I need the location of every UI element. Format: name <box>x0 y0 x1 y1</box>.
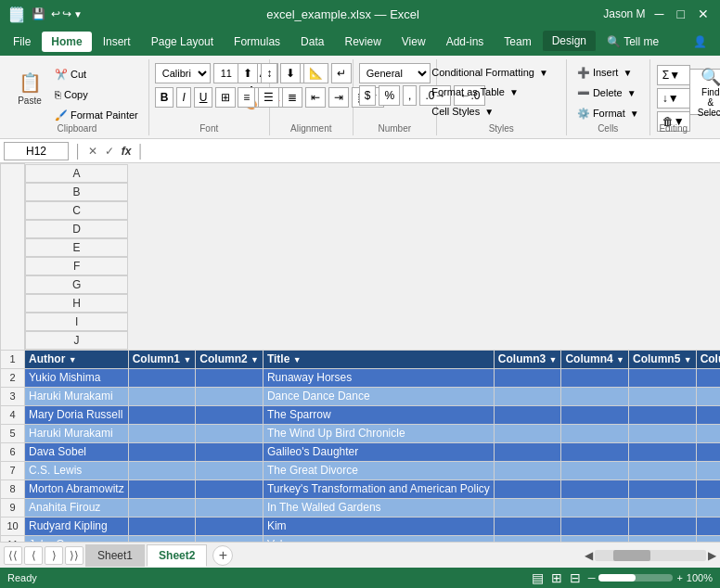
list-item[interactable]: Title ▼ <box>263 350 494 368</box>
list-item[interactable] <box>561 424 629 442</box>
row-header-3[interactable]: 3 <box>1 387 25 405</box>
horizontal-scrollbar-thumb[interactable] <box>613 550 650 561</box>
list-item[interactable] <box>629 498 697 517</box>
percent-button[interactable]: % <box>379 85 400 106</box>
menu-file[interactable]: File <box>4 32 40 52</box>
copy-button[interactable]: ⎘ Copy <box>50 85 143 104</box>
grid-scroll[interactable]: A B C D E F G H I J 1Author ▼Column1 ▼Co… <box>0 163 720 542</box>
cut-button[interactable]: ✂️ Cut <box>50 65 143 83</box>
row-header-7[interactable]: 7 <box>1 461 25 479</box>
align-left-button[interactable]: ≡ <box>238 87 255 108</box>
cell-reference-input[interactable] <box>4 142 69 160</box>
list-item[interactable]: Haruki Murakami <box>25 424 129 442</box>
list-item[interactable] <box>196 442 264 461</box>
zoom-out-button[interactable]: ─ <box>588 572 596 583</box>
share-button[interactable]: 👤 <box>684 32 716 52</box>
list-item[interactable] <box>696 368 720 387</box>
list-item[interactable] <box>629 424 697 442</box>
add-sheet-button[interactable]: + <box>212 545 233 566</box>
insert-button[interactable]: ➕ Insert ▼ <box>572 63 644 82</box>
paste-button[interactable]: 📋 Paste <box>11 61 48 115</box>
list-item[interactable]: Mary Doria Russell <box>25 405 129 424</box>
list-item[interactable] <box>494 479 561 498</box>
sheet-tab-2[interactable]: Sheet2 <box>147 544 207 567</box>
list-item[interactable] <box>561 405 629 424</box>
list-item[interactable]: The Great Divorce <box>263 461 494 479</box>
col-header-F[interactable]: F <box>25 257 128 275</box>
list-item[interactable] <box>696 498 720 517</box>
list-item[interactable] <box>561 368 629 387</box>
list-item[interactable] <box>629 442 697 461</box>
list-item[interactable] <box>629 479 697 498</box>
list-item[interactable]: The Sparrow <box>263 405 494 424</box>
horizontal-scrollbar-track[interactable] <box>595 550 706 561</box>
list-item[interactable] <box>128 461 196 479</box>
sheet-nav-last[interactable]: ⟩⟩ <box>65 546 84 565</box>
pagebreak-view-button[interactable]: ⊟ <box>570 570 581 585</box>
align-middle-button[interactable]: ↕ <box>261 63 277 83</box>
list-item[interactable] <box>494 442 561 461</box>
list-item[interactable]: Galileo's Daughter <box>263 442 494 461</box>
decrease-indent-button[interactable]: ⇤ <box>305 87 326 108</box>
row-header-2[interactable]: 2 <box>1 368 25 387</box>
sheet-nav-first[interactable]: ⟨⟨ <box>4 546 22 565</box>
wrap-text-button[interactable]: ↵ <box>331 63 352 83</box>
align-bottom-button[interactable]: ⬇ <box>280 63 301 83</box>
number-format-select[interactable]: General <box>359 63 431 83</box>
list-item[interactable] <box>561 498 629 517</box>
currency-button[interactable]: $ <box>359 85 377 106</box>
list-item[interactable]: Runaway Horses <box>263 368 494 387</box>
col-header-G[interactable]: G <box>25 275 128 294</box>
font-family-select[interactable]: Calibri <box>155 63 211 83</box>
menu-data[interactable]: Data <box>291 32 333 52</box>
list-item[interactable]: Column3 ▼ <box>494 350 561 368</box>
list-item[interactable] <box>629 387 697 405</box>
list-item[interactable] <box>128 498 196 517</box>
quick-access-more[interactable]: ▼ <box>73 9 83 19</box>
list-item[interactable]: Morton Abramowitz <box>25 479 129 498</box>
list-item[interactable] <box>629 517 697 535</box>
list-item[interactable] <box>696 387 720 405</box>
row-header-10[interactable]: 10 <box>1 517 25 535</box>
quick-access-save[interactable]: 💾 <box>32 7 45 20</box>
list-item[interactable] <box>696 461 720 479</box>
list-item[interactable] <box>196 535 264 542</box>
find-select-button[interactable]: 🔍 Find &Select <box>689 69 720 115</box>
list-item[interactable] <box>696 535 720 542</box>
col-header-E[interactable]: E <box>25 238 128 257</box>
list-item[interactable] <box>494 498 561 517</box>
list-item[interactable] <box>128 442 196 461</box>
cancel-formula-button[interactable]: ✕ <box>88 145 97 158</box>
list-item[interactable] <box>696 442 720 461</box>
sheet-nav-next[interactable]: ⟩ <box>45 546 63 565</box>
list-item[interactable] <box>494 387 561 405</box>
row-header-8[interactable]: 8 <box>1 479 25 498</box>
list-item[interactable] <box>629 405 697 424</box>
list-item[interactable] <box>561 517 629 535</box>
list-item[interactable] <box>128 368 196 387</box>
row-header-6[interactable]: 6 <box>1 442 25 461</box>
increase-indent-button[interactable]: ⇥ <box>328 87 349 108</box>
col-header-D[interactable]: D <box>25 220 128 238</box>
format-button[interactable]: ⚙️ Format ▼ <box>572 104 644 122</box>
list-item[interactable]: Column6 ▼ <box>696 350 720 368</box>
list-item[interactable] <box>196 498 264 517</box>
orientation-button[interactable]: 📐 <box>303 63 328 83</box>
row-header-11[interactable]: 11 <box>1 535 25 542</box>
undo-button[interactable]: ↩ <box>51 7 60 20</box>
list-item[interactable] <box>196 461 264 479</box>
col-header-C[interactable]: C <box>25 201 128 220</box>
format-painter-button[interactable]: 🖌️ Format Painter <box>50 106 143 124</box>
list-item[interactable]: Turkey's Transformation and American Pol… <box>263 479 494 498</box>
col-header-B[interactable]: B <box>25 183 128 201</box>
fill-button[interactable]: ↓▼ <box>657 88 690 109</box>
close-button[interactable]: ✕ <box>694 6 713 21</box>
col-header-I[interactable]: I <box>25 313 128 331</box>
list-item[interactable] <box>561 442 629 461</box>
list-item[interactable] <box>561 479 629 498</box>
list-item[interactable]: Kim <box>263 517 494 535</box>
list-item[interactable]: Column1 ▼ <box>128 350 196 368</box>
row-header-1[interactable]: 1 <box>1 350 25 368</box>
col-header-A[interactable]: A <box>25 164 128 183</box>
list-item[interactable] <box>494 461 561 479</box>
